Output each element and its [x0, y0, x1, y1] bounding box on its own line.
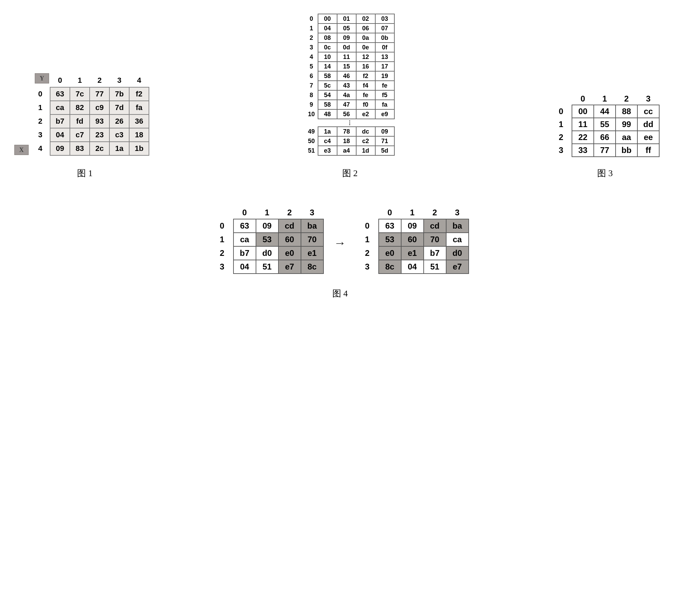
cell: 53 [379, 233, 401, 246]
cell: b7 [233, 246, 256, 260]
row-header: 2 [305, 33, 318, 43]
cell: 63 [233, 219, 256, 233]
figure-1: Y X 0 1 2 3 4 0 63 [20, 74, 149, 179]
cell: 51 [256, 260, 278, 274]
cell: 19 [375, 71, 394, 81]
cell: f5 [375, 90, 394, 100]
cell: 7d [109, 101, 129, 114]
cell: cd [424, 219, 446, 233]
cell: d0 [256, 246, 278, 260]
cell: 05 [337, 24, 356, 33]
cell: f2 [356, 71, 375, 81]
cell: c2 [356, 136, 375, 146]
row-header: 3 [211, 260, 233, 274]
cell: 1d [356, 146, 375, 155]
cell: 8c [301, 260, 323, 274]
row-header: 6 [305, 71, 318, 81]
row-header: 0 [305, 14, 318, 24]
cell: e0 [278, 246, 301, 260]
cell: 23 [90, 128, 109, 142]
col-header: 0 [233, 206, 256, 219]
cell: aa [616, 131, 637, 144]
cell: 53 [256, 233, 278, 246]
cell: 46 [337, 71, 356, 81]
cell: 09 [375, 127, 394, 136]
cell: 1a [318, 127, 337, 136]
cell: 43 [337, 81, 356, 90]
row-header: 3 [550, 144, 572, 157]
cell: cc [637, 105, 659, 118]
cell: a4 [337, 146, 356, 155]
row-header: 9 [305, 100, 318, 109]
cell: 4a [337, 90, 356, 100]
col-header: 1 [256, 206, 278, 219]
row-header: 8 [305, 90, 318, 100]
col-header: 3 [446, 206, 469, 219]
cell: 88 [616, 105, 637, 118]
col-header: 1 [401, 206, 424, 219]
col-header: 3 [637, 93, 659, 105]
cell: 04 [233, 260, 256, 274]
row-header: 1 [550, 118, 572, 131]
col-header: 1 [594, 93, 616, 105]
cell: dc [356, 127, 375, 136]
row-header: 51 [305, 146, 318, 155]
cell: e1 [301, 246, 323, 260]
figure-3-table: 0 1 2 3 0004488cc1115599dd22266aaee33377… [550, 93, 660, 157]
cell: ff [637, 144, 659, 157]
row-header: 7 [305, 81, 318, 90]
cell: 56 [337, 109, 356, 119]
row-header: 10 [305, 109, 318, 119]
cell: 60 [278, 233, 301, 246]
row-header: 3 [305, 43, 318, 52]
cell: 60 [401, 233, 424, 246]
row-header: 1 [31, 101, 50, 114]
cell: ba [446, 219, 469, 233]
figure-4-left-table: 0 1 2 3 06309cdba1ca5360702b7d0e0e130451… [211, 206, 324, 274]
top-figures-row: Y X 0 1 2 3 4 0 63 [20, 14, 660, 179]
cell: 09 [256, 219, 278, 233]
cell: 0a [356, 33, 375, 43]
col-header: 2 [278, 206, 301, 219]
cell: 63 [50, 87, 70, 101]
cell: fe [375, 81, 394, 90]
figure-1-table-wrap: Y X 0 1 2 3 4 0 63 [31, 74, 149, 156]
cell: 83 [70, 142, 90, 155]
figure-4-right-table: 0 1 2 3 06309cdba1536070ca2e0e1b7d038c04… [357, 206, 469, 274]
cell: 70 [301, 233, 323, 246]
cell: 11 [337, 52, 356, 62]
cell: 55 [594, 118, 616, 131]
cell: 70 [424, 233, 446, 246]
cell: 47 [337, 100, 356, 109]
cell: 5c [318, 81, 337, 90]
cell: 04 [50, 128, 70, 142]
cell: 51 [424, 260, 446, 274]
cell: 01 [337, 14, 356, 24]
row-header: 2 [550, 131, 572, 144]
cell: cd [278, 219, 301, 233]
cell: fd [70, 114, 90, 128]
cell: 10 [318, 52, 337, 62]
cell: 33 [572, 144, 594, 157]
cell: 26 [109, 114, 129, 128]
cell: 99 [616, 118, 637, 131]
cell: 14 [318, 62, 337, 71]
cell: 0c [318, 43, 337, 52]
cell: dd [637, 118, 659, 131]
cell: 54 [318, 90, 337, 100]
cell: 09 [337, 33, 356, 43]
cell: 00 [318, 14, 337, 24]
row-header: 2 [357, 246, 379, 260]
cell: 7b [109, 87, 129, 101]
cell: 02 [356, 14, 375, 24]
col-header: 0 [50, 74, 70, 87]
cell: b7 [50, 114, 70, 128]
row-header: 0 [550, 105, 572, 118]
cell: 13 [375, 52, 394, 62]
cell: 1a [109, 142, 129, 155]
cell: 0f [375, 43, 394, 52]
col-header: 4 [129, 74, 149, 87]
cell: 8c [379, 260, 401, 274]
cell: fa [129, 101, 149, 114]
cell: 0d [337, 43, 356, 52]
